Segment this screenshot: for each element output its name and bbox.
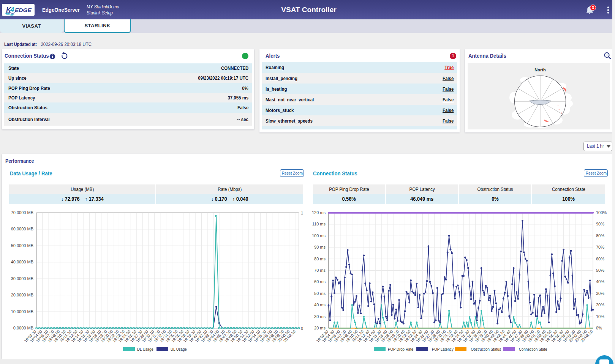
svg-text:30%: 30% [596,291,604,296]
svg-text:10.0000 MB: 10.0000 MB [11,309,33,314]
svg-text:0.0000 MB: 0.0000 MB [13,326,33,330]
svg-text:100 ms: 100 ms [312,233,326,238]
svg-text:50.0000 MB: 50.0000 MB [11,243,33,248]
svg-text:70%: 70% [596,245,604,249]
svg-text:10%: 10% [596,314,604,319]
svg-text:60%: 60% [596,257,604,261]
svg-text:40%: 40% [596,279,604,284]
svg-text:80%: 80% [596,233,604,238]
svg-text:30 ms: 30 ms [314,314,326,319]
svg-text:60.0000 MB: 60.0000 MB [11,227,33,231]
svg-text:3: 3 [592,5,594,10]
svg-text:40 ms: 40 ms [314,303,326,307]
svg-text:100%: 100% [596,210,607,215]
svg-text:20%: 20% [596,303,604,307]
svg-text:North: North [534,68,546,72]
svg-text:4: 4 [10,6,14,14]
svg-text:90 ms: 90 ms [314,245,326,249]
svg-text:0: 0 [301,326,303,331]
svg-text:EDGE: EDGE [15,7,32,13]
svg-text:110 ms: 110 ms [312,222,326,226]
svg-text:60 ms: 60 ms [314,279,326,284]
svg-text:40.0000 MB: 40.0000 MB [11,260,33,264]
svg-text:0%: 0% [596,326,602,330]
svg-text:120 ms: 120 ms [312,210,326,215]
svg-text:70.0000 MB: 70.0000 MB [11,210,33,215]
svg-text:1: 1 [301,211,303,215]
svg-text:70 ms: 70 ms [314,268,326,273]
svg-text:50 ms: 50 ms [314,291,326,296]
svg-text:30.0000 MB: 30.0000 MB [11,276,33,281]
svg-text:20 ms: 20 ms [314,326,326,330]
svg-text:20.0000 MB: 20.0000 MB [11,293,33,297]
svg-text:50%: 50% [596,268,604,273]
svg-text:90%: 90% [596,222,604,226]
svg-text:80 ms: 80 ms [314,257,326,261]
